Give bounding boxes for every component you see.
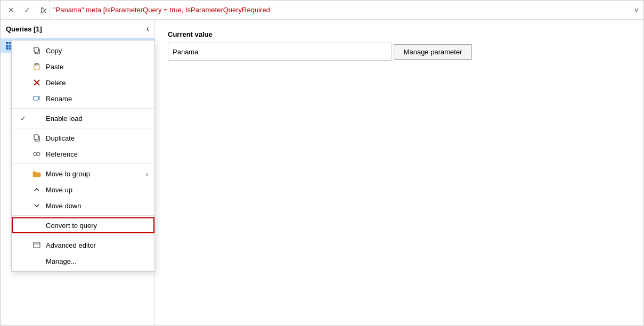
enable-load-label: Enable load (46, 115, 148, 123)
formula-expand-icon[interactable]: ∨ (634, 6, 639, 14)
duplicate-icon (32, 133, 42, 143)
duplicate-label: Duplicate (46, 134, 148, 142)
menu-item-move-up[interactable]: Move up (12, 182, 154, 198)
formula-content: "Panama" meta [IsParameterQuery = true, … (53, 6, 631, 14)
rename-label: Rename (46, 95, 148, 103)
convert-icon (32, 221, 42, 230)
current-value-input[interactable] (168, 43, 392, 61)
manage-icon (32, 256, 42, 266)
content-area: Current value Manage parameter (155, 20, 643, 325)
delete-label: Delete (46, 79, 148, 87)
queries-title: Queries [1] (6, 25, 42, 33)
svg-rect-10 (34, 135, 38, 140)
menu-item-move-to-group[interactable]: Move to group › (12, 166, 154, 182)
sidebar-collapse-button[interactable]: ‹ (146, 24, 149, 34)
paste-icon (32, 62, 42, 71)
fx-label: fx (37, 1, 50, 19)
menu-item-manage[interactable]: Manage... (12, 253, 154, 269)
current-value-label: Current value (168, 30, 631, 38)
manage-label: Manage... (46, 257, 148, 265)
menu-item-copy[interactable]: Copy (12, 43, 154, 59)
separator-4 (12, 215, 154, 216)
advanced-editor-icon (32, 240, 42, 250)
separator-5 (12, 235, 154, 235)
menu-item-move-down[interactable]: Move down (12, 198, 154, 214)
menu-item-reference[interactable]: Reference (12, 146, 154, 162)
menu-item-enable-load[interactable]: ✓ Enable load (12, 110, 154, 126)
rename-icon (32, 94, 42, 103)
menu-item-duplicate[interactable]: Duplicate (12, 130, 154, 146)
folder-icon (32, 169, 42, 178)
separator-2 (12, 128, 154, 128)
sidebar-header: Queries [1] ‹ (1, 20, 154, 38)
svg-rect-1 (34, 47, 38, 52)
svg-rect-3 (35, 63, 38, 65)
enable-load-icon (32, 113, 42, 123)
move-down-label: Move down (46, 202, 148, 210)
menu-item-advanced-editor[interactable]: Advanced editor (12, 237, 154, 253)
delete-icon (32, 78, 42, 87)
enable-load-check: ✓ (18, 115, 28, 123)
manage-parameter-button[interactable]: Manage parameter (394, 44, 472, 60)
menu-item-paste[interactable]: Paste (12, 59, 154, 75)
reference-icon (32, 149, 42, 159)
move-up-label: Move up (46, 186, 148, 194)
formula-bar: ✕ ✓ fx "Panama" meta [IsParameterQuery =… (1, 1, 643, 20)
advanced-editor-label: Advanced editor (46, 241, 148, 249)
menu-item-rename[interactable]: Rename (12, 91, 154, 107)
menu-item-delete[interactable]: Delete (12, 75, 154, 91)
copy-icon (32, 46, 42, 55)
move-to-group-label: Move to group (46, 170, 142, 178)
move-to-group-arrow: › (146, 170, 148, 178)
formula-accept-button[interactable]: ✓ (21, 4, 34, 17)
svg-rect-6 (34, 96, 38, 100)
copy-label: Copy (46, 47, 148, 55)
svg-rect-13 (34, 242, 40, 248)
separator-1 (12, 108, 154, 109)
formula-cancel-button[interactable]: ✕ (5, 4, 18, 17)
menu-item-convert-to-query[interactable]: Convert to query (12, 217, 154, 233)
svg-point-12 (37, 152, 40, 156)
svg-point-11 (34, 152, 37, 156)
separator-3 (12, 164, 154, 164)
move-up-icon (32, 185, 42, 194)
reference-label: Reference (46, 150, 148, 158)
paste-label: Paste (46, 63, 148, 71)
context-menu: Copy Paste Delete (11, 40, 155, 272)
convert-to-query-label: Convert to query (46, 222, 148, 230)
main-area: Queries [1] ‹ CountryName (Panama) (1, 20, 643, 325)
move-down-icon (32, 201, 42, 210)
sidebar: Queries [1] ‹ CountryName (Panama) (1, 20, 155, 325)
